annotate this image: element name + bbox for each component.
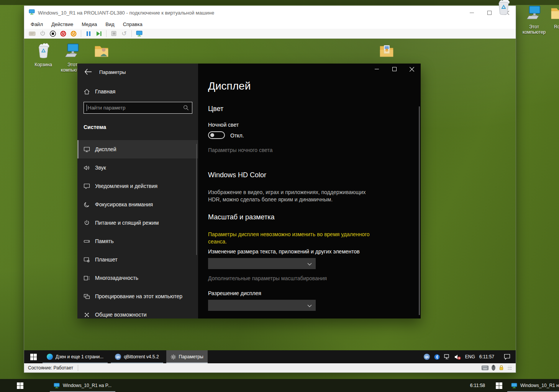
nav-label: Память: [95, 238, 114, 244]
minimize-icon[interactable]: [368, 64, 385, 75]
desktop-icon-label: Ron: [554, 24, 559, 29]
nav-item-storage[interactable]: Память: [77, 232, 198, 250]
menu-action[interactable]: Действие: [47, 21, 77, 28]
shared-experiences-icon: [84, 312, 90, 318]
menu-help[interactable]: Справка: [119, 21, 147, 28]
night-light-toggle[interactable]: [208, 131, 225, 139]
menu-media[interactable]: Медиа: [77, 21, 101, 28]
nav-item-power-sleep[interactable]: Питание и спящий режим: [77, 214, 198, 232]
close-icon[interactable]: [403, 64, 421, 75]
running-indicator: [43, 363, 108, 363]
night-light-settings-link[interactable]: Параметры ночного света: [208, 147, 273, 153]
page-title: Дисплей: [208, 80, 251, 92]
nav-item-multitasking[interactable]: Многозадачность: [77, 269, 198, 287]
chevron-down-icon: [307, 260, 312, 267]
vm-system-tray: qb ENG 6:11:57: [424, 350, 516, 363]
host-start-button[interactable]: [11, 379, 28, 392]
edge-browser-icon: [47, 354, 53, 360]
toggle-knob: [210, 133, 214, 137]
host-taskbar-app-vmconnect[interactable]: Windows_10_R1 на P...: [50, 379, 115, 392]
selected-indicator: [77, 140, 79, 158]
nav-item-display[interactable]: Дисплей: [77, 140, 198, 158]
taskbar-app-qbittorrent[interactable]: qb qBittorrent v4.5.2: [111, 350, 163, 363]
statusbar-divider: [78, 365, 78, 371]
ctrl-alt-del-icon[interactable]: [28, 30, 36, 38]
scaling-dropdown[interactable]: [208, 258, 316, 269]
host-clock[interactable]: 6:11:58: [465, 379, 490, 392]
recycle-bin-icon: [34, 42, 52, 61]
this-pc-icon: [525, 4, 543, 23]
vm-desktop-icon-recycle-bin[interactable]: Корзина: [29, 42, 58, 67]
nav-item-tablet[interactable]: Планшет: [77, 250, 198, 269]
home-icon: [84, 88, 90, 95]
pause-vm-icon[interactable]: [84, 30, 93, 38]
toolbar-separator: [106, 30, 107, 37]
vm-window-titlebar[interactable]: Windows_10_R1 на PROLIANT-DL380 - подклю…: [24, 6, 516, 20]
vm-toolbar: ↺: [24, 29, 516, 39]
volume-muted-icon[interactable]: [454, 354, 461, 360]
secure-session-lock-icon: [498, 365, 504, 371]
hyperv-app-icon: [54, 382, 60, 389]
checkpoint-icon[interactable]: [110, 30, 118, 38]
bluetooth-icon[interactable]: [434, 354, 440, 360]
remote-session-warning: Параметры дисплея невозможно изменить во…: [208, 231, 376, 245]
taskbar-app-label: Windows_10_R1 на P...: [520, 383, 559, 388]
host-taskbar-app-vmconnect-second[interactable]: Windows_10_R1 на P...: [507, 379, 559, 392]
settings-search-input[interactable]: [84, 105, 183, 111]
reset-vm-icon[interactable]: [95, 30, 103, 38]
nav-label: Дисплей: [95, 146, 116, 152]
resize-grip[interactable]: [507, 366, 512, 370]
minimize-icon[interactable]: [463, 6, 480, 20]
text-caret: [87, 105, 87, 111]
host-start-button-second-display[interactable]: [490, 379, 507, 392]
nav-item-notifications[interactable]: Уведомления и действия: [77, 177, 198, 195]
hyperv-app-icon: [511, 382, 517, 389]
vm-desktop: Корзина Этот компьютер: [24, 39, 516, 363]
gear-icon: [170, 354, 176, 360]
running-indicator: [166, 363, 208, 363]
nav-label: Фокусировка внимания: [95, 201, 153, 207]
windows-logo-icon: [30, 354, 37, 360]
host-desktop-icon-recycle-bin[interactable]: [494, 0, 514, 18]
enhanced-session-icon[interactable]: [135, 30, 143, 38]
host-desktop-icon-folder[interactable]: Ron: [544, 4, 559, 29]
save-vm-icon[interactable]: [69, 30, 78, 38]
menu-view[interactable]: Вид: [101, 21, 119, 28]
taskbar-app-settings[interactable]: Параметры: [166, 350, 208, 363]
windows-logo-icon: [17, 382, 23, 389]
network-icon[interactable]: [444, 354, 450, 359]
turn-off-vm-icon[interactable]: [49, 30, 57, 38]
vm-desktop-icon-pictures-folder[interactable]: [372, 42, 401, 61]
vm-clock[interactable]: 6:11:57: [479, 354, 494, 359]
advanced-scaling-link[interactable]: Дополнительные параметры масштабирования: [208, 275, 327, 281]
sidebar-scrollbar[interactable]: [196, 144, 197, 255]
revert-icon[interactable]: ↺: [120, 30, 128, 38]
resolution-dropdown[interactable]: [208, 300, 316, 311]
vm-desktop-icon-user-folder[interactable]: [87, 42, 116, 61]
back-icon[interactable]: [84, 69, 93, 75]
nav-item-focus-assist[interactable]: Фокусировка внимания: [77, 195, 198, 214]
night-light-state: Откл.: [230, 132, 244, 139]
settings-window: Параметры Главная Систе: [77, 64, 421, 318]
vm-connection-window: Windows_10_R1 на PROLIANT-DL380 - подклю…: [24, 5, 516, 373]
settings-search-box[interactable]: [84, 102, 192, 114]
start-vm-icon[interactable]: [38, 30, 47, 38]
night-light-label: Ночной свет: [208, 122, 239, 128]
keyboard-language[interactable]: ENG: [465, 354, 475, 359]
vm-start-button[interactable]: [24, 350, 43, 363]
running-indicator: [111, 363, 163, 363]
shutdown-vm-icon[interactable]: [59, 30, 67, 38]
nav-item-projecting[interactable]: Проецирование на этот компьютер: [77, 287, 198, 305]
nav-item-sound[interactable]: Звук: [77, 158, 198, 177]
maximize-icon[interactable]: [385, 64, 403, 75]
recycle-bin-icon: [494, 0, 513, 16]
action-center-icon[interactable]: [504, 354, 510, 360]
display-icon: [84, 146, 90, 153]
taskbar-app-edge[interactable]: Дзен и еще 1 страни...: [43, 350, 108, 363]
main-scrollbar[interactable]: [419, 106, 420, 315]
nav-item-shared-experiences[interactable]: Общие возможности: [77, 305, 198, 318]
qbittorrent-tray-icon[interactable]: qb: [424, 354, 430, 360]
search-icon[interactable]: [183, 105, 189, 111]
menu-file[interactable]: Файл: [26, 21, 47, 28]
settings-home-item[interactable]: Главная: [84, 86, 115, 97]
